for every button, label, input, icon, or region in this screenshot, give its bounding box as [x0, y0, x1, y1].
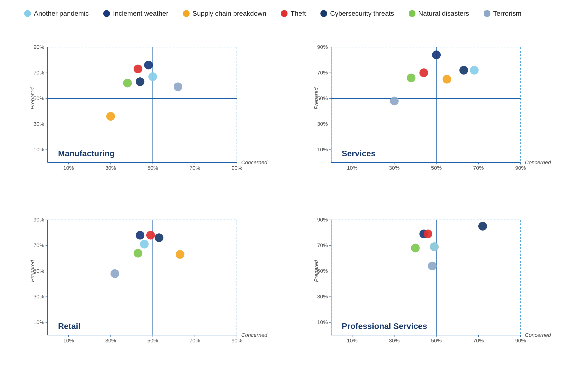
svg-text:90%: 90% [33, 217, 44, 223]
chart-manufacturing: 10%30%50%70%90%10%30%50%70%90%ConcernedP… [14, 27, 279, 185]
legend-item: Supply chain breakdown [183, 10, 266, 17]
svg-text:Concerned: Concerned [241, 332, 267, 338]
legend-label: Another pandemic [34, 10, 89, 17]
svg-point-32 [148, 72, 157, 81]
svg-text:30%: 30% [105, 338, 116, 344]
svg-point-65 [419, 69, 428, 77]
svg-point-68 [470, 66, 479, 74]
svg-point-104 [134, 249, 143, 257]
svg-point-142 [428, 262, 436, 270]
svg-text:10%: 10% [33, 319, 44, 325]
svg-text:90%: 90% [317, 217, 328, 223]
svg-text:90%: 90% [33, 44, 44, 50]
legend-label: Terrorism [493, 10, 522, 17]
svg-text:90%: 90% [231, 338, 242, 344]
svg-text:30%: 30% [317, 294, 328, 300]
svg-text:Prepared: Prepared [313, 87, 319, 109]
svg-text:Professional Services: Professional Services [342, 321, 427, 331]
legend-dot [281, 10, 288, 17]
svg-text:70%: 70% [189, 165, 200, 171]
svg-point-70 [390, 97, 399, 106]
svg-text:10%: 10% [33, 146, 44, 153]
legend-item: Another pandemic [24, 10, 89, 17]
svg-text:90%: 90% [231, 165, 242, 171]
legend-dot [321, 10, 327, 17]
svg-point-105 [176, 250, 184, 259]
svg-text:10%: 10% [63, 338, 74, 344]
svg-text:Retail: Retail [58, 321, 80, 331]
svg-text:30%: 30% [33, 121, 44, 127]
svg-point-31 [136, 77, 144, 86]
svg-text:50%: 50% [147, 338, 158, 344]
svg-text:Concerned: Concerned [241, 159, 267, 165]
legend-dot [24, 10, 31, 17]
svg-text:10%: 10% [317, 319, 328, 325]
legend-label: Natural disasters [418, 10, 469, 17]
legend-item: Cybersecurity threats [321, 10, 394, 17]
svg-point-136 [478, 222, 487, 231]
svg-point-29 [144, 61, 153, 70]
svg-text:70%: 70% [33, 242, 44, 248]
charts-grid: 10%30%50%70%90%10%30%50%70%90%ConcernedP… [14, 27, 563, 358]
svg-rect-0 [48, 47, 237, 163]
svg-point-141 [430, 242, 439, 251]
legend-dot [183, 10, 190, 17]
svg-text:30%: 30% [389, 338, 399, 344]
svg-text:30%: 30% [33, 294, 44, 300]
svg-point-102 [155, 233, 163, 242]
svg-text:Prepared: Prepared [30, 260, 36, 282]
svg-text:10%: 10% [347, 338, 358, 344]
legend: Another pandemic Inclement weather Suppl… [14, 10, 563, 17]
svg-text:Concerned: Concerned [525, 332, 551, 338]
svg-text:90%: 90% [317, 44, 328, 50]
svg-point-69 [460, 66, 468, 74]
svg-point-67 [442, 75, 451, 84]
svg-point-30 [123, 79, 132, 87]
svg-text:70%: 70% [33, 70, 44, 76]
svg-text:10%: 10% [317, 146, 328, 153]
svg-text:10%: 10% [347, 165, 358, 171]
chart-professional-services: 10%30%50%70%90%10%30%50%70%90%ConcernedP… [298, 200, 563, 358]
legend-label: Supply chain breakdown [192, 10, 266, 17]
svg-text:90%: 90% [515, 165, 526, 171]
svg-text:30%: 30% [389, 165, 399, 171]
svg-point-33 [174, 82, 182, 91]
svg-point-34 [107, 112, 115, 121]
svg-point-64 [432, 51, 441, 59]
svg-text:30%: 30% [317, 121, 328, 127]
legend-label: Inclement weather [113, 10, 168, 17]
svg-text:30%: 30% [105, 165, 116, 171]
legend-dot [484, 10, 490, 17]
svg-point-106 [110, 269, 119, 278]
svg-text:Prepared: Prepared [313, 260, 319, 282]
legend-item: Theft [281, 10, 306, 17]
legend-dot [409, 10, 415, 17]
svg-point-100 [136, 231, 144, 240]
svg-text:50%: 50% [431, 338, 442, 344]
svg-text:Concerned: Concerned [525, 159, 551, 165]
legend-item: Inclement weather [103, 10, 168, 17]
svg-point-66 [407, 73, 415, 82]
legend-item: Terrorism [484, 10, 522, 17]
chart-retail: 10%30%50%70%90%10%30%50%70%90%ConcernedP… [14, 200, 279, 358]
svg-text:10%: 10% [63, 165, 74, 171]
legend-dot [103, 10, 110, 17]
svg-point-139 [411, 244, 420, 252]
svg-text:90%: 90% [515, 338, 526, 344]
svg-point-103 [140, 240, 149, 249]
svg-point-101 [146, 231, 155, 240]
svg-text:50%: 50% [147, 165, 158, 171]
svg-text:70%: 70% [473, 165, 484, 171]
svg-point-138 [424, 229, 433, 238]
svg-text:Manufacturing: Manufacturing [58, 149, 115, 158]
svg-point-28 [134, 65, 143, 73]
svg-text:Services: Services [342, 149, 376, 158]
svg-text:50%: 50% [431, 165, 442, 171]
svg-text:Prepared: Prepared [30, 87, 36, 109]
svg-text:70%: 70% [317, 242, 328, 248]
chart-services: 10%30%50%70%90%10%30%50%70%90%ConcernedP… [298, 27, 563, 185]
svg-text:70%: 70% [473, 338, 484, 344]
svg-text:70%: 70% [189, 338, 200, 344]
svg-text:70%: 70% [317, 70, 328, 76]
legend-label: Theft [290, 10, 306, 17]
